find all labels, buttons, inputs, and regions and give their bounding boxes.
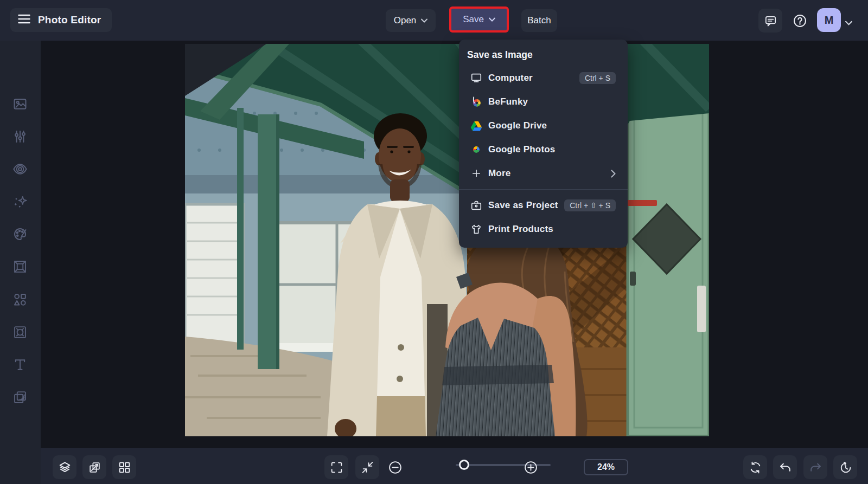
chevron-right-icon bbox=[611, 170, 616, 178]
photo-illustration bbox=[185, 44, 709, 436]
menu-item-label: Print Products bbox=[488, 224, 553, 235]
pattern-icon bbox=[12, 325, 28, 340]
sidebar-item-overlays[interactable] bbox=[8, 320, 32, 344]
menu-item-label: Save as Project bbox=[488, 200, 558, 211]
fit-screen-icon bbox=[361, 461, 374, 474]
feedback-button[interactable] bbox=[758, 9, 782, 33]
befunky-icon bbox=[470, 96, 483, 108]
menu-item-label: BeFunky bbox=[488, 96, 528, 107]
zoom-out-icon bbox=[388, 460, 403, 475]
sliders-icon bbox=[12, 129, 28, 144]
top-toolbar: Photo Editor Open Save Batch M bbox=[0, 0, 868, 41]
sidebar-item-textures[interactable] bbox=[8, 385, 32, 409]
menu-item-computer[interactable]: Computer Ctrl + S bbox=[459, 66, 628, 90]
open-button[interactable]: Open bbox=[386, 9, 436, 32]
save-button-label: Save bbox=[463, 14, 484, 25]
grid-button[interactable] bbox=[112, 455, 136, 479]
computer-icon bbox=[470, 72, 483, 84]
zoom-level-value[interactable]: 24% bbox=[584, 459, 628, 475]
resize-button[interactable] bbox=[82, 455, 106, 479]
sidebar-item-text[interactable] bbox=[8, 353, 32, 377]
history-button[interactable] bbox=[833, 455, 857, 479]
shortcut-badge: Ctrl + ⇧ + S bbox=[564, 199, 616, 211]
batch-button[interactable]: Batch bbox=[521, 9, 557, 32]
zoom-out-button[interactable] bbox=[383, 455, 407, 479]
save-dropdown-menu: Save as Image Computer Ctrl + S bbox=[459, 40, 628, 248]
menu-item-more[interactable]: More bbox=[459, 162, 628, 185]
briefcase-icon bbox=[470, 199, 483, 211]
sidebar-item-touch-up[interactable] bbox=[8, 157, 32, 181]
chat-icon bbox=[764, 15, 777, 27]
open-button-label: Open bbox=[394, 15, 417, 26]
layers-icon bbox=[58, 461, 72, 474]
plus-icon bbox=[470, 168, 483, 179]
sidebar-item-frames[interactable] bbox=[8, 255, 32, 279]
google-drive-icon bbox=[470, 120, 483, 132]
layers-button[interactable] bbox=[53, 455, 76, 479]
menu-item-befunky[interactable]: BeFunky bbox=[459, 90, 628, 114]
canvas-photo[interactable] bbox=[185, 44, 709, 436]
chevron-down-icon bbox=[421, 18, 427, 23]
sidebar-item-graphics[interactable] bbox=[8, 288, 32, 312]
main-menu-button[interactable]: Photo Editor bbox=[10, 8, 112, 32]
text-icon bbox=[12, 357, 28, 372]
redo-button[interactable] bbox=[803, 455, 827, 479]
undo-icon bbox=[778, 461, 792, 474]
sparkles-icon bbox=[12, 194, 28, 209]
chevron-down-icon bbox=[489, 17, 495, 22]
textures-icon bbox=[12, 390, 28, 405]
menu-item-print-products[interactable]: Print Products bbox=[459, 217, 628, 241]
avatar-initial: M bbox=[825, 14, 834, 27]
fullscreen-icon bbox=[330, 461, 343, 474]
fullscreen-button[interactable] bbox=[324, 455, 348, 479]
app-title: Photo Editor bbox=[38, 14, 101, 26]
sidebar-item-edit[interactable] bbox=[8, 92, 32, 116]
palette-icon bbox=[12, 227, 28, 242]
resize-icon bbox=[88, 461, 101, 474]
zoom-in-icon bbox=[524, 460, 538, 475]
undo-button[interactable] bbox=[773, 455, 797, 479]
menu-item-label: Google Photos bbox=[488, 144, 555, 155]
rotate-icon bbox=[749, 461, 762, 474]
history-icon bbox=[839, 461, 852, 474]
reset-button[interactable] bbox=[743, 455, 767, 479]
fit-to-screen-button[interactable] bbox=[355, 455, 379, 479]
sidebar-item-adjust[interactable] bbox=[8, 125, 32, 149]
zoom-slider-handle[interactable] bbox=[459, 460, 469, 470]
menu-header: Save as Image bbox=[459, 45, 628, 66]
help-button[interactable] bbox=[788, 9, 812, 33]
eye-icon bbox=[12, 162, 28, 177]
menu-item-google-drive[interactable]: Google Drive bbox=[459, 114, 628, 138]
hamburger-icon bbox=[18, 14, 30, 26]
shortcut-badge: Ctrl + S bbox=[579, 72, 616, 84]
frame-icon bbox=[12, 259, 28, 274]
avatar[interactable]: M bbox=[817, 8, 841, 32]
image-icon bbox=[12, 96, 28, 112]
menu-item-google-photos[interactable]: Google Photos bbox=[459, 138, 628, 162]
menu-item-save-as-project[interactable]: Save as Project Ctrl + ⇧ + S bbox=[459, 193, 628, 217]
grid-icon bbox=[118, 461, 131, 474]
google-photos-icon bbox=[470, 144, 483, 156]
sidebar-item-artsy[interactable] bbox=[8, 222, 32, 246]
redo-icon bbox=[809, 461, 822, 474]
zoom-in-button[interactable] bbox=[519, 455, 542, 479]
account-chevron-down-icon[interactable] bbox=[845, 18, 852, 28]
save-button[interactable]: Save bbox=[449, 7, 509, 33]
menu-item-label: Google Drive bbox=[488, 120, 547, 131]
sidebar-item-effects[interactable] bbox=[8, 190, 32, 214]
bottom-toolbar: 24% bbox=[41, 448, 868, 484]
menu-divider bbox=[459, 189, 628, 190]
batch-button-label: Batch bbox=[527, 15, 551, 26]
question-icon bbox=[793, 14, 807, 28]
tshirt-icon bbox=[470, 223, 483, 235]
shapes-icon bbox=[12, 292, 28, 307]
tools-sidebar bbox=[0, 41, 41, 484]
menu-item-label: Computer bbox=[488, 73, 533, 83]
menu-item-label: More bbox=[488, 168, 510, 179]
